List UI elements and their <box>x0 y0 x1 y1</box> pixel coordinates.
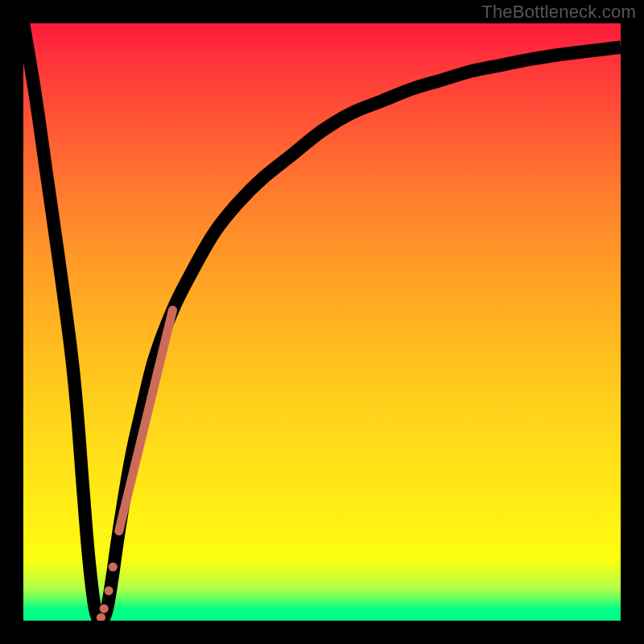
chart-frame: TheBottleneck.com <box>0 0 644 644</box>
marker-dot <box>100 605 109 613</box>
marker-segment <box>119 310 173 531</box>
plot-svg <box>23 23 621 621</box>
bottleneck-curve <box>23 23 621 621</box>
plot-area <box>23 23 621 621</box>
marker-dot <box>105 586 114 595</box>
watermark-text: TheBottleneck.com <box>481 2 636 23</box>
marker-dot <box>109 563 118 572</box>
